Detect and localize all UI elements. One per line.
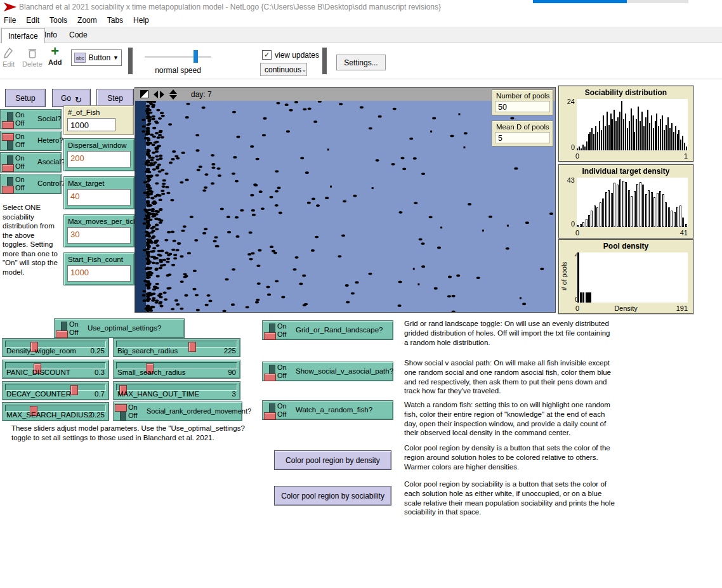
speed-slider-handle[interactable] (194, 50, 198, 63)
vertical-arrows-icon[interactable] (169, 89, 177, 100)
edit-button[interactable]: Edit (3, 48, 15, 68)
background-window-edge-gray (627, 0, 688, 3)
switch-control[interactable]: OnOff Control? (0, 174, 62, 194)
plot-sociability-distribution: Sociability distribution 24 0 0 1 (558, 86, 693, 162)
input-value[interactable]: 1000 (67, 118, 115, 131)
select-one-note: Select ONE sociability distribution from… (3, 203, 62, 277)
menu-tabs[interactable]: Tabs (107, 16, 123, 25)
switch-hetero[interactable]: OnOff Hetero? (0, 131, 62, 151)
tab-interface[interactable]: Interface (1, 28, 45, 43)
slider-value: 225 (224, 347, 236, 355)
x-max-tick: 1 (684, 152, 688, 160)
go-button[interactable]: Go ↻ (52, 89, 91, 107)
input-value[interactable]: 40 (67, 189, 131, 206)
on-off-labels: OnOff (15, 111, 25, 127)
input-value[interactable]: 200 (67, 151, 131, 167)
plot-individual-target-density: Individual target density 43 0 0 41 (558, 164, 693, 238)
desc-color-by-density: Color pool region by density is a button… (404, 443, 615, 471)
color-pool-region-by-sociability-button[interactable]: Color pool region by sociability (274, 486, 391, 506)
input-max-moves-per-tick[interactable]: Max_moves_per_tick 30 (63, 214, 135, 247)
switch-asocial[interactable]: OnOff Asocial? (0, 152, 62, 173)
switch-use-optimal-settings[interactable]: OnOff Use_optimal_settings? (54, 318, 185, 338)
tab-bar: Interface Info Code (0, 27, 722, 42)
switch-label: Social? (37, 115, 62, 122)
view-updates-checkbox[interactable]: ✓ view updates (262, 50, 319, 60)
slider-big-search-radius[interactable]: Big_search_radius 225 (113, 338, 240, 357)
step-button[interactable]: Step (96, 89, 134, 107)
slider-handle[interactable] (70, 385, 78, 395)
resize-view-icon[interactable] (140, 90, 148, 98)
switch-watch-a-random-fish[interactable]: OnOff Watch_a_random_fish? (262, 400, 393, 420)
switch-show-social-v-asocial-path[interactable]: OnOff Show_social_v_asocial_path? (262, 362, 393, 381)
on-off-labels: OnOff (277, 363, 287, 380)
switch-grid-or-rand-landscape[interactable]: OnOff Grid_or_Rand_landscape? (262, 320, 393, 340)
slider-label: MAX_SEARCH_RADIUS2 (6, 411, 92, 419)
switch-knob[interactable] (56, 330, 68, 338)
input-value[interactable]: 30 (67, 227, 131, 244)
plot-title: Pool density (559, 242, 693, 251)
dropdown-arrow-icon: ▼ (113, 55, 119, 61)
input-value[interactable]: 1000 (67, 265, 131, 282)
speed-label: normal speed (145, 66, 211, 75)
y-max-tick: 24 (561, 98, 575, 105)
slider-small-search-radius[interactable]: Small_search_radius 90 (113, 360, 240, 379)
slider-decay-counter[interactable]: DECAY_COUNTER 0.7 (2, 381, 109, 400)
view-updates-label: view updates (275, 51, 319, 60)
speed-slider-track[interactable] (145, 56, 211, 58)
switch-knob[interactable] (264, 332, 276, 340)
desc-grid-or-rand: Grid or rand landscape toggle: On will u… (404, 319, 615, 347)
switch-social[interactable]: OnOff Social? (0, 109, 62, 129)
pencil-icon (3, 48, 13, 59)
switch-label: Grid_or_Rand_landscape? (296, 326, 383, 334)
menu-tools[interactable]: Tools (49, 16, 67, 25)
slider-panic-discount[interactable]: PANIC_DISCOUNT 0.3 (2, 360, 109, 379)
input-max-target[interactable]: Max_target 40 (63, 176, 135, 209)
switch-knob[interactable] (264, 412, 276, 420)
step-label: Step (107, 94, 123, 103)
switch-knob[interactable] (115, 404, 127, 412)
setup-label: Setup (15, 94, 35, 103)
menu-edit[interactable]: Edit (26, 16, 39, 25)
delete-label: Delete (22, 60, 43, 68)
input-label: Start_Fish_count (68, 256, 123, 263)
chevron-down-icon: ⌄ (301, 66, 306, 73)
slider-max-hang-out-time[interactable]: MAX_HANG_OUT_TIME 3 (113, 381, 240, 400)
switch-knob[interactable] (264, 374, 276, 381)
add-button[interactable]: + Add (48, 46, 62, 66)
y-min-tick: 0 (561, 143, 575, 151)
setup-button[interactable]: Setup (5, 89, 46, 107)
delete-button[interactable]: Delete (22, 48, 43, 68)
toolbar: Edit Delete + Add abc Button ▼ normal sp… (0, 42, 722, 79)
slider-max-search-radius2[interactable]: MAX_SEARCH_RADIUS2 0.25 (2, 402, 109, 421)
menu-help[interactable]: Help (133, 16, 149, 25)
update-mode-dropdown[interactable]: continuous ⌄ (260, 63, 307, 76)
switch-knob[interactable] (2, 164, 14, 172)
monitor-value: 5 (495, 132, 550, 143)
checkbox-check-icon[interactable]: ✓ (262, 50, 272, 60)
input-number-of-fish[interactable]: #_of_Fish 1000 (63, 105, 134, 135)
menu-bar: File Edit Tools Zoom Tabs Help (0, 14, 722, 27)
slider-handle[interactable] (188, 342, 196, 352)
switch-social-rank-ordered-movement[interactable]: OnOff Social_rank_ordered_movement? (113, 402, 242, 421)
on-off-labels: OnOff (15, 154, 25, 171)
input-dispersal-window[interactable]: Dispersal_window 200 (63, 138, 135, 171)
y-axis-label: # of pools (560, 252, 568, 291)
color-pool-region-by-density-button[interactable]: Color pool region by density (274, 450, 391, 470)
menu-zoom[interactable]: Zoom (77, 16, 97, 25)
horizontal-arrows-icon[interactable] (154, 91, 164, 98)
settings-button[interactable]: Settings... (336, 55, 386, 70)
widget-type-value: Button (88, 53, 110, 62)
switch-knob[interactable] (2, 121, 14, 129)
switch-knob[interactable] (2, 186, 14, 193)
toolbar-separator (128, 48, 133, 74)
button-label: Color pool region by sociability (281, 492, 384, 500)
input-start-fish-count[interactable]: Start_Fish_count 1000 (63, 252, 135, 285)
slider-label: PANIC_DISCOUNT (6, 369, 70, 376)
monitor-label: Mean D of pools (496, 123, 549, 131)
window-title: Blanchard et al 2021 sociability x time … (19, 3, 441, 11)
switch-knob[interactable] (2, 133, 14, 141)
menu-file[interactable]: File (4, 16, 16, 25)
tab-code[interactable]: Code (63, 28, 94, 42)
widget-type-dropdown[interactable]: abc Button ▼ (71, 49, 122, 66)
slider-density-wiggle-room[interactable]: Density_wiggle_room 0.25 (2, 338, 109, 357)
